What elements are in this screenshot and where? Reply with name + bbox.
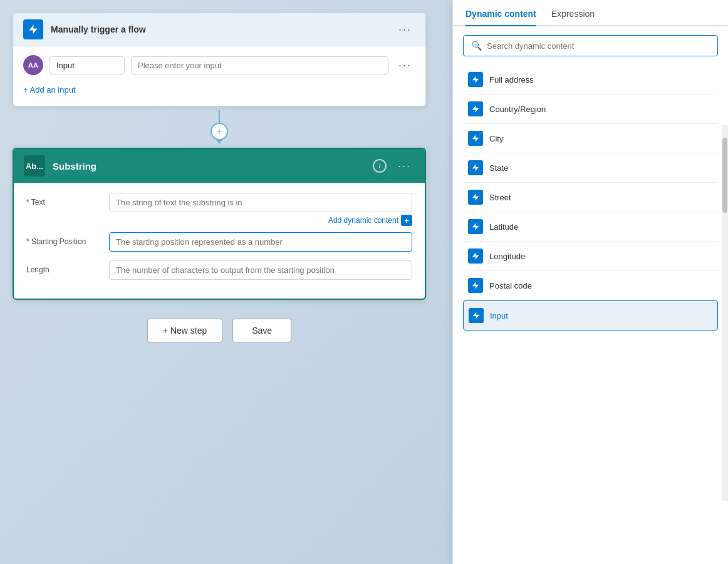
trigger-icon — [23, 19, 43, 39]
add-step-button[interactable]: + — [211, 123, 228, 140]
dynamic-panel: Dynamic content Expression 🔍 Full addres… — [452, 0, 728, 564]
dynamic-item-label-city: City — [489, 134, 503, 143]
connector-line-top — [219, 110, 220, 123]
text-field-row: * Text — [26, 193, 412, 212]
text-input[interactable] — [109, 193, 412, 212]
add-dynamic-text: Add dynamic content — [328, 216, 398, 225]
substring-body: * Text Add dynamic content + * Starting … — [14, 183, 425, 299]
search-box[interactable]: 🔍 — [463, 35, 718, 56]
dynamic-item-icon-country-region — [468, 101, 483, 116]
text-label: * Text — [26, 193, 101, 207]
add-input-button[interactable]: + Add an input — [23, 83, 415, 97]
trigger-input-row: AA ··· — [23, 55, 415, 75]
length-label: Length — [26, 260, 101, 274]
dynamic-item-postal-code[interactable]: Postal code — [463, 271, 718, 300]
dynamic-item-icon-latitude — [468, 219, 483, 234]
dynamic-item-label-street: Street — [489, 193, 511, 202]
dynamic-item-label-longitude: Longitude — [489, 252, 525, 261]
trigger-card: Manually trigger a flow ··· AA ··· + Add… — [13, 13, 426, 106]
dynamic-item-country-region[interactable]: Country/Region — [463, 95, 718, 124]
search-icon: 🔍 — [471, 41, 482, 51]
dynamic-item-longitude[interactable]: Longitude — [463, 242, 718, 271]
substring-title: Substring — [53, 161, 365, 172]
dynamic-item-full-address[interactable]: Full address — [463, 65, 718, 95]
dynamic-item-label-full-address: Full address — [489, 75, 534, 85]
input-placeholder-field[interactable] — [131, 56, 388, 74]
dynamic-item-label-postal-code: Postal code — [489, 281, 532, 290]
starting-position-field-row: * Starting Position — [26, 232, 412, 252]
input-label-field[interactable] — [49, 56, 125, 74]
connector: + — [211, 110, 228, 144]
info-icon[interactable]: i — [373, 159, 387, 173]
panel-tabs: Dynamic content Expression — [453, 0, 728, 26]
length-field-row: Length — [26, 260, 412, 280]
dynamic-item-label-latitude: Latitude — [489, 222, 518, 232]
dynamic-plus-icon[interactable]: + — [401, 215, 412, 226]
trigger-header: Manually trigger a flow ··· — [13, 13, 425, 46]
dynamic-item-label-input: Input — [490, 311, 508, 320]
dynamic-item-input[interactable]: Input — [463, 300, 718, 331]
dynamic-item-state[interactable]: State — [463, 153, 718, 183]
trigger-body: AA ··· + Add an input — [13, 46, 425, 106]
dynamic-item-label-state: State — [489, 163, 508, 173]
trigger-menu-button[interactable]: ··· — [395, 22, 415, 38]
dynamic-item-icon-state — [468, 160, 483, 175]
starting-position-label: * Starting Position — [26, 232, 101, 246]
dynamic-item-icon-postal-code — [468, 278, 483, 293]
bottom-actions: + New step Save — [147, 319, 291, 342]
tab-expression[interactable]: Expression — [551, 9, 595, 25]
dynamic-item-city[interactable]: City — [463, 124, 718, 153]
scrollbar-thumb[interactable] — [722, 138, 727, 213]
avatar: AA — [23, 55, 43, 75]
dynamic-item-icon-full-address — [468, 72, 483, 87]
add-input-label: + Add an input — [23, 85, 76, 95]
scrollbar-track[interactable] — [722, 125, 728, 501]
dynamic-item-icon-city — [468, 131, 483, 146]
trigger-title: Manually trigger a flow — [51, 24, 387, 34]
starting-position-input[interactable] — [109, 232, 412, 252]
dynamic-item-street[interactable]: Street — [463, 183, 718, 212]
dynamic-item-latitude[interactable]: Latitude — [463, 212, 718, 242]
connector-arrow — [216, 139, 223, 144]
dynamic-item-icon-input — [469, 308, 484, 323]
length-input[interactable] — [109, 260, 412, 280]
dynamic-item-icon-street — [468, 190, 483, 205]
save-button[interactable]: Save — [232, 319, 291, 342]
substring-icon: Ab... — [24, 155, 45, 177]
canvas: Manually trigger a flow ··· AA ··· + Add… — [0, 0, 439, 564]
substring-menu-button[interactable]: ··· — [394, 158, 415, 174]
dynamic-item-label-country-region: Country/Region — [489, 105, 546, 114]
substring-card: Ab... Substring i ··· * Text Add dynamic… — [13, 148, 426, 300]
dynamic-list: Full addressCountry/RegionCityStateStree… — [453, 65, 728, 564]
tab-dynamic-content[interactable]: Dynamic content — [465, 9, 536, 26]
add-dynamic-link[interactable]: Add dynamic content + — [26, 215, 412, 226]
dynamic-item-icon-longitude — [468, 249, 483, 264]
new-step-button[interactable]: + New step — [147, 319, 222, 342]
search-input[interactable] — [487, 41, 710, 51]
input-menu-button[interactable]: ··· — [395, 58, 415, 73]
substring-header: Ab... Substring i ··· — [14, 149, 425, 183]
